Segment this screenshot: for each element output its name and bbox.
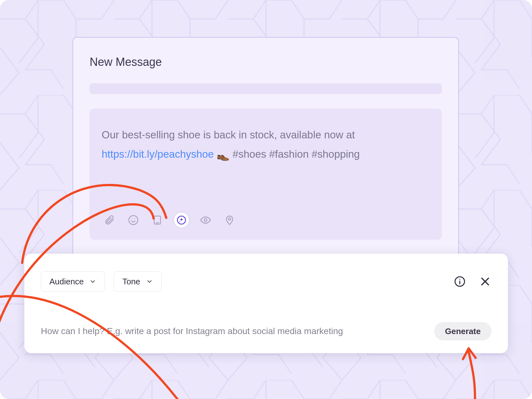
ai-assist-panel: Audience Tone Generate [24, 254, 508, 353]
svg-point-7 [180, 221, 180, 222]
tone-dropdown[interactable]: Tone [114, 271, 161, 292]
shoe-emoji-icon: 👞 [217, 149, 230, 161]
ai-panel-top-row: Audience Tone [41, 271, 491, 292]
chevron-down-icon [146, 278, 153, 285]
tone-dropdown-label: Tone [122, 277, 140, 287]
emoji-icon[interactable] [126, 212, 141, 228]
message-body[interactable]: Our best-selling shoe is back in stock, … [90, 109, 442, 240]
ai-sparkle-icon[interactable] [174, 212, 189, 228]
attachment-icon[interactable] [102, 212, 117, 228]
app-canvas: New Message Our best-selling shoe is bac… [0, 0, 532, 399]
message-toolbar [102, 212, 237, 228]
ai-prompt-input[interactable] [41, 326, 427, 336]
svg-point-1 [129, 216, 138, 225]
title-skeleton [90, 83, 442, 94]
composer-card: New Message Our best-selling shoe is bac… [73, 37, 459, 260]
page-icon[interactable] [150, 212, 165, 228]
message-link[interactable]: https://bit.ly/peachyshoe [102, 148, 214, 160]
ai-panel-bottom-row: Generate [41, 322, 491, 340]
message-text-before: Our best-selling shoe is back in stock, … [102, 129, 355, 141]
eye-icon[interactable] [198, 212, 213, 228]
location-icon[interactable] [222, 212, 237, 228]
message-hashtags: #shoes #fashion #shopping [232, 148, 360, 160]
svg-point-9 [228, 218, 231, 220]
info-icon[interactable] [453, 275, 466, 288]
audience-dropdown[interactable]: Audience [41, 271, 105, 292]
composer-title: New Message [90, 55, 442, 69]
generate-button[interactable]: Generate [434, 322, 491, 340]
svg-point-8 [204, 219, 207, 222]
close-icon[interactable] [479, 275, 491, 288]
message-text: Our best-selling shoe is back in stock, … [102, 125, 430, 165]
chevron-down-icon [89, 278, 96, 285]
audience-dropdown-label: Audience [49, 277, 84, 287]
